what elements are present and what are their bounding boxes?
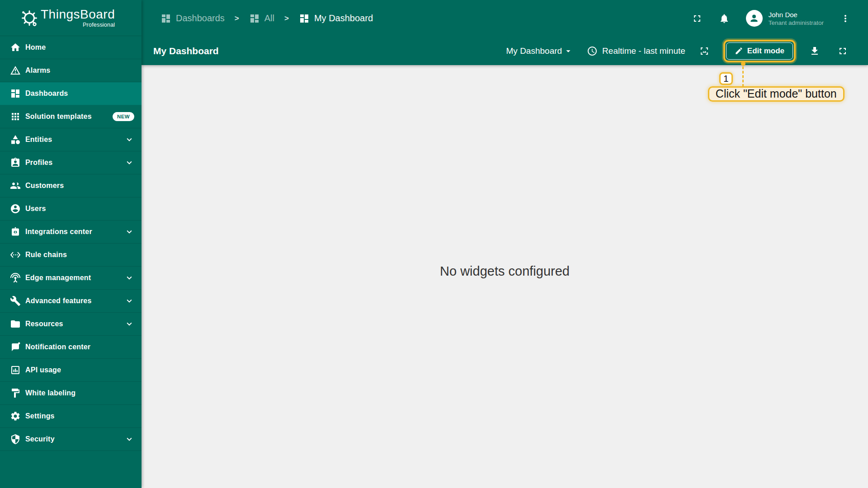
sidebar-item-label: Notification center	[25, 343, 90, 351]
sidebar-item-label: Advanced features	[25, 297, 92, 305]
sidebar-item-edge-management[interactable]: Edge management	[0, 267, 142, 290]
users-account-icon	[10, 203, 21, 214]
thingsboard-gear-logo-icon	[20, 9, 38, 27]
chevron-down-icon	[124, 434, 134, 444]
download-icon	[809, 46, 820, 56]
sidebar-item-label: White labeling	[25, 389, 75, 397]
app-root: ThingsBoard Professional Home Alarms Das…	[0, 0, 868, 488]
more-vert-icon	[840, 13, 851, 24]
breadcrumb-dashboards[interactable]: Dashboards	[160, 13, 225, 24]
sidebar-item-customers[interactable]: Customers	[0, 174, 142, 197]
annotation-step-badge: 1	[719, 72, 733, 85]
logo-text: ThingsBoard Professional	[41, 8, 115, 28]
fullscreen-button[interactable]	[692, 13, 703, 24]
sidebar-item-label: API usage	[25, 366, 61, 374]
sidebar-item-advanced-features[interactable]: Advanced features	[0, 290, 142, 313]
resources-folder-icon	[10, 319, 21, 329]
sidebar-item-api-usage[interactable]: API usage	[0, 359, 142, 382]
sidebar-item-white-labeling[interactable]: White labeling	[0, 382, 142, 405]
advanced-tools-icon	[10, 296, 21, 306]
edge-antenna-icon	[10, 272, 21, 283]
sidebar-item-users[interactable]: Users	[0, 197, 142, 221]
user-text: John Doe Tenant administrator	[769, 10, 824, 26]
app-logo[interactable]: ThingsBoard Professional	[0, 0, 142, 36]
paint-roller-icon	[10, 388, 21, 399]
sidebar-item-notification-center[interactable]: Notification center	[0, 336, 142, 359]
sidebar-item-alarms[interactable]: Alarms	[0, 59, 142, 82]
security-shield-icon	[10, 434, 21, 445]
sidebar-item-profiles[interactable]: Profiles	[0, 151, 142, 174]
avatar	[746, 10, 763, 27]
empty-state-message: No widgets configured	[440, 264, 570, 290]
dashboard-toolbar: My Dashboard My Dashboard Realtime - las…	[142, 37, 868, 65]
solution-templates-grid-icon	[10, 111, 21, 122]
dashboards-icon	[299, 13, 310, 24]
sidebar-item-home[interactable]: Home	[0, 36, 142, 59]
top-bar-actions: John Doe Tenant administrator	[692, 10, 851, 27]
pencil-icon	[735, 47, 743, 55]
app-name: ThingsBoard	[41, 8, 115, 21]
annotation-tooltip: Click "Edit mode" button	[708, 86, 844, 102]
dashboard-select[interactable]: My Dashboard	[506, 46, 574, 56]
notification-bubble-icon	[10, 342, 21, 352]
sidebar-nav: Home Alarms Dashboards Solution template…	[0, 36, 142, 488]
fullscreen-icon	[837, 46, 848, 56]
sidebar-item-settings[interactable]: Settings	[0, 405, 142, 428]
annotation-highlight-ring: Edit mode 1 Click "Edit mode" button	[723, 40, 796, 62]
sidebar-item-label: Rule chains	[25, 251, 67, 259]
sidebar-item-solution-templates[interactable]: Solution templates NEW	[0, 105, 142, 128]
sidebar-item-label: Resources	[25, 320, 63, 328]
customers-people-icon	[10, 180, 21, 191]
caret-down-icon	[563, 46, 573, 56]
entities-shapes-icon	[10, 134, 21, 145]
dashboard-canvas: No widgets configured	[142, 65, 868, 488]
timewindow-button[interactable]: Realtime - last minute	[587, 46, 685, 56]
dashboards-icon	[10, 88, 21, 99]
chevron-down-icon	[124, 319, 134, 329]
sidebar-item-dashboards[interactable]: Dashboards	[0, 82, 142, 105]
breadcrumb-all[interactable]: All	[249, 13, 274, 24]
sidebar-item-label: Dashboards	[25, 89, 68, 98]
expand-dashboard-button[interactable]	[837, 46, 848, 56]
sidebar-item-integrations-center[interactable]: Integrations center	[0, 221, 142, 244]
timewindow-label: Realtime - last minute	[602, 46, 685, 56]
toolbar-actions: My Dashboard Realtime - last minute Edit	[506, 40, 848, 62]
bell-icon	[719, 13, 730, 24]
chevron-down-icon	[124, 227, 134, 237]
rule-chains-icon	[10, 249, 21, 260]
sidebar-item-resources[interactable]: Resources	[0, 313, 142, 336]
breadcrumb-label: All	[264, 13, 274, 23]
api-usage-chart-icon	[10, 365, 21, 375]
sidebar-item-label: Security	[25, 435, 55, 443]
edit-mode-button[interactable]: Edit mode	[726, 42, 793, 60]
notifications-button[interactable]	[719, 13, 730, 24]
sidebar-item-label: Edge management	[25, 274, 91, 282]
screenshot-button[interactable]	[699, 46, 710, 56]
sidebar-item-entities[interactable]: Entities	[0, 128, 142, 151]
gear-icon	[10, 411, 21, 422]
dashboard-select-value: My Dashboard	[506, 46, 562, 56]
download-button[interactable]	[809, 46, 820, 56]
sidebar-item-label: Entities	[25, 136, 52, 144]
sidebar-item-label: Integrations center	[25, 228, 92, 236]
more-menu-button[interactable]	[840, 13, 851, 24]
sidebar-item-label: Alarms	[25, 66, 50, 75]
user-menu[interactable]: John Doe Tenant administrator	[746, 10, 824, 27]
breadcrumb-separator: >	[284, 14, 289, 23]
chevron-down-icon	[124, 158, 134, 168]
fullscreen-icon	[692, 13, 703, 24]
annotation-connector-dot	[741, 61, 745, 66]
chevron-down-icon	[124, 273, 134, 283]
breadcrumb-my-dashboard[interactable]: My Dashboard	[299, 13, 373, 24]
clock-icon	[587, 46, 598, 56]
new-badge: NEW	[113, 112, 134, 121]
edit-mode-label: Edit mode	[747, 47, 784, 56]
sidebar-item-rule-chains[interactable]: Rule chains	[0, 244, 142, 267]
chevron-down-icon	[124, 135, 134, 145]
sidebar-item-security[interactable]: Security	[0, 428, 142, 451]
breadcrumb-label: Dashboards	[176, 13, 225, 23]
breadcrumb-label: My Dashboard	[314, 13, 373, 23]
home-icon	[10, 42, 21, 53]
main-column: Dashboards > All > My Dashboard	[142, 0, 868, 488]
sidebar: ThingsBoard Professional Home Alarms Das…	[0, 0, 142, 488]
